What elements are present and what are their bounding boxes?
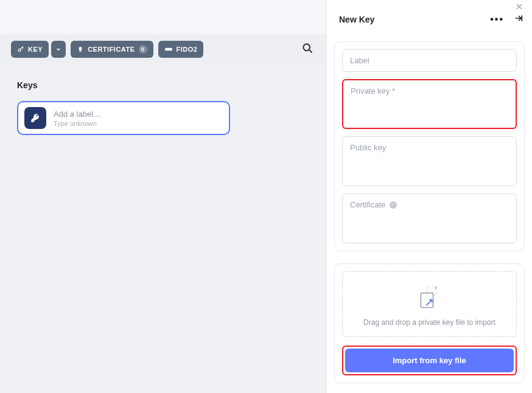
svg-point-3 <box>303 44 310 50</box>
key-icon <box>17 46 24 53</box>
filter-chip-label: CERTIFICATE <box>88 46 135 53</box>
import-button-highlight: Import from key file <box>342 346 517 375</box>
filter-chip-key[interactable]: KEY <box>11 41 49 58</box>
chevron-down-icon <box>55 46 61 52</box>
filter-chip-label: FIDO2 <box>177 46 198 53</box>
field-placeholder: Private key * <box>351 86 395 96</box>
close-icon <box>515 2 523 11</box>
filter-chip-fido2[interactable]: FIDO2 <box>158 41 204 58</box>
key-item-icon-box <box>24 107 46 129</box>
close-panel-button[interactable] <box>515 2 523 13</box>
import-button-label: Import from key file <box>393 356 466 365</box>
import-card: Drag and drop a private key file to impo… <box>334 263 525 383</box>
expand-icon <box>513 13 525 23</box>
public-key-input[interactable]: Public key <box>342 136 517 186</box>
certificate-input[interactable]: Certificate ↑ <box>342 193 517 243</box>
fido2-icon <box>164 46 173 52</box>
filter-bar: KEY CERTIFICATE 0 FIDO2 <box>0 34 327 64</box>
svg-point-1 <box>79 47 82 50</box>
key-icon <box>30 113 40 123</box>
label-input[interactable]: Label <box>342 49 517 72</box>
key-item-sublabel: Type unknown <box>54 120 101 127</box>
key-list-item[interactable]: Add a label… Type unknown <box>17 101 230 135</box>
svg-rect-2 <box>165 48 172 51</box>
new-key-panel: New Key ••• Label Private key * Public k… <box>327 0 532 393</box>
more-options-button[interactable]: ••• <box>490 14 504 25</box>
filter-chip-label: KEY <box>28 46 43 53</box>
certificate-count-badge: 0 <box>139 45 147 54</box>
search-button[interactable] <box>299 40 316 59</box>
dropzone-icon <box>349 284 510 311</box>
certificate-icon <box>77 46 84 53</box>
panel-title: New Key <box>339 15 374 24</box>
import-from-file-button[interactable]: Import from key file <box>345 349 514 372</box>
field-placeholder: Public key <box>350 143 386 152</box>
field-placeholder: Certificate <box>350 200 386 209</box>
expand-panel-button[interactable] <box>513 13 525 26</box>
private-key-input[interactable]: Private key * <box>342 79 517 129</box>
field-placeholder: Label <box>350 56 369 65</box>
filter-key-dropdown[interactable] <box>51 41 66 58</box>
app-header <box>0 0 327 34</box>
file-dropzone[interactable]: Drag and drop a private key file to impo… <box>342 271 517 337</box>
key-form-card: Label Private key * Public key Certifica… <box>334 41 525 251</box>
svg-point-0 <box>18 49 21 52</box>
upload-icon: ↑ <box>390 201 397 209</box>
filter-chip-certificate[interactable]: CERTIFICATE 0 <box>71 41 153 58</box>
section-title-keys: Keys <box>17 80 310 90</box>
dropzone-text: Drag and drop a private key file to impo… <box>349 318 510 327</box>
key-item-label: Add a label… <box>54 110 101 119</box>
search-icon <box>301 42 313 54</box>
